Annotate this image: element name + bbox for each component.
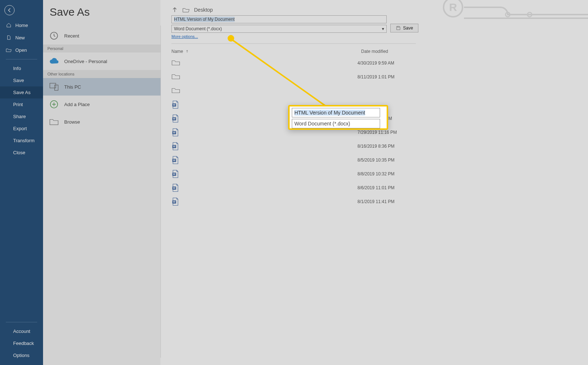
callout-filetype-value: Word Document (*.docx) — [294, 121, 350, 127]
date-modified: 8/16/2019 8:36 PM — [357, 144, 416, 149]
backstage-nav: HomeNewOpen InfoSaveSave AsPrintShareExp… — [0, 0, 43, 365]
svg-text:R: R — [449, 1, 457, 13]
clock-icon — [49, 31, 59, 41]
folder-icon — [171, 59, 180, 67]
nav-save[interactable]: Save — [0, 74, 43, 86]
svg-rect-1 — [50, 83, 56, 88]
date-modified: 8/11/2019 1:01 PM — [357, 74, 416, 79]
file-icon — [6, 35, 12, 40]
add-place-icon — [49, 99, 59, 109]
more-options-link[interactable]: More options... — [171, 34, 198, 39]
word-icon: W — [171, 128, 180, 137]
annotation-dot — [228, 35, 234, 42]
up-arrow-icon[interactable] — [171, 7, 178, 13]
nav-info[interactable]: Info — [0, 62, 43, 74]
word-icon: W — [171, 114, 180, 123]
nav-close[interactable]: Close — [0, 147, 43, 159]
save-icon — [396, 26, 401, 31]
nav-export[interactable]: Export — [0, 123, 43, 135]
list-item[interactable]: W 8/16/2019 8:36 PM — [171, 139, 416, 153]
date-modified: 4/30/2019 9:59 AM — [357, 61, 416, 66]
browse-item[interactable]: Browse — [43, 113, 160, 131]
callout-filename-input[interactable]: HTML Version of My Document — [292, 108, 380, 117]
recent-label: Recent — [64, 33, 79, 39]
list-item[interactable]: W 8/6/2019 11:01 PM — [171, 181, 416, 195]
word-icon: W — [171, 100, 180, 109]
svg-text:W: W — [173, 117, 175, 120]
svg-text:W: W — [173, 159, 175, 162]
word-icon: W — [171, 170, 180, 178]
word-icon: W — [171, 156, 180, 164]
word-icon: W — [171, 183, 180, 192]
browse-label: Browse — [64, 119, 80, 125]
date-column[interactable]: Date modified — [361, 49, 388, 54]
svg-text:W: W — [173, 104, 175, 106]
date-modified: 8/5/2019 10:35 PM — [357, 158, 416, 163]
recent-item[interactable]: Recent — [43, 27, 160, 44]
locations-pane: Save As Recent Personal OneDrive - Perso… — [43, 0, 160, 365]
nav-home[interactable]: Home — [0, 19, 43, 31]
svg-text:W: W — [173, 131, 175, 134]
breadcrumb-label[interactable]: Desktop — [194, 7, 213, 13]
list-item[interactable]: W 8/8/2019 10:32 PM — [171, 167, 416, 181]
chevron-down-icon: ▾ — [382, 26, 384, 31]
filename-input[interactable]: HTML Version of My Document — [171, 15, 387, 23]
svg-text:W: W — [173, 145, 175, 148]
add-place-item[interactable]: Add a Place — [43, 96, 160, 113]
save-pane: Desktop HTML Version of My Document Word… — [160, 0, 588, 365]
add-place-label: Add a Place — [64, 102, 90, 107]
watermark-icon: R — [438, 0, 588, 33]
nav-account[interactable]: Account — [0, 325, 43, 337]
nav-new[interactable]: New — [0, 31, 43, 44]
onedrive-label: OneDrive - Personal — [64, 59, 107, 64]
svg-rect-2 — [55, 85, 58, 90]
callout-box: HTML Version of My Document Word Documen… — [288, 105, 388, 130]
this-pc-item[interactable]: This PC — [43, 78, 160, 96]
filetype-dropdown[interactable]: Word Document (*.docx) ▾ — [171, 25, 387, 33]
nav-share[interactable]: Share — [0, 110, 43, 123]
folder-icon — [171, 73, 180, 81]
word-icon: W — [171, 142, 180, 151]
onedrive-item[interactable]: OneDrive - Personal — [43, 53, 160, 70]
folder-open-icon — [6, 47, 12, 53]
folder-icon — [171, 86, 180, 95]
word-icon: W — [171, 197, 180, 206]
nav-print[interactable]: Print — [0, 98, 43, 110]
filetype-value: Word Document (*.docx) — [174, 26, 222, 31]
folder-open-icon — [182, 7, 190, 13]
date-modified: 8/1/2019 11:41 PM — [357, 199, 416, 204]
nav-transform[interactable]: Transform — [0, 135, 43, 147]
list-item[interactable]: W 8/5/2019 10:35 PM — [171, 153, 416, 167]
list-item[interactable]: W 8/1/2019 11:41 PM — [171, 195, 416, 209]
nav-feedback[interactable]: Feedback — [0, 337, 43, 349]
page-title: Save As — [50, 6, 160, 18]
callout-filename-value: HTML Version of My Document — [294, 110, 365, 116]
svg-rect-4 — [398, 26, 399, 27]
filename-value: HTML Version of My Document — [174, 17, 235, 22]
home-icon — [6, 22, 12, 28]
sort-asc-icon — [185, 49, 189, 54]
date-modified: 8/8/2019 10:32 PM — [357, 171, 416, 176]
svg-text:W: W — [173, 201, 175, 203]
date-modified: 8/6/2019 11:01 PM — [357, 185, 416, 190]
other-locations-header: Other locations — [43, 70, 160, 78]
date-modified: 7/29/2019 11:16 PM — [357, 130, 416, 135]
cloud-icon — [49, 56, 59, 66]
folder-icon — [49, 117, 59, 127]
nav-open[interactable]: Open — [0, 44, 43, 56]
svg-line-25 — [231, 39, 336, 113]
save-button[interactable]: Save — [390, 24, 418, 32]
name-column[interactable]: Name — [171, 49, 183, 54]
nav-options[interactable]: Options — [0, 349, 43, 361]
svg-text:W: W — [173, 173, 175, 175]
personal-header: Personal — [43, 44, 160, 53]
pc-icon — [49, 82, 59, 92]
callout-filetype[interactable]: Word Document (*.docx) — [292, 119, 380, 128]
svg-text:W: W — [173, 187, 175, 189]
nav-save-as[interactable]: Save As — [0, 86, 43, 98]
this-pc-label: This PC — [64, 84, 81, 90]
save-label: Save — [403, 26, 413, 31]
back-button[interactable] — [4, 5, 15, 15]
